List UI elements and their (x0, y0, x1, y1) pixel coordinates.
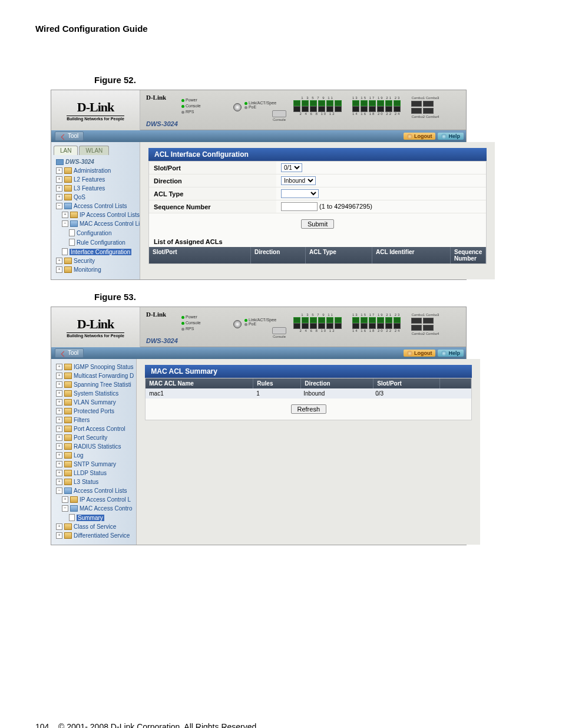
nav-igmp[interactable]: +IGMP Snooping Status (51, 363, 136, 371)
input-seqnum[interactable] (281, 202, 318, 211)
nav-summary[interactable]: Summary (51, 513, 136, 522)
tab-wlan[interactable]: WLAN (79, 146, 109, 155)
folder-icon (64, 408, 72, 414)
expand-icon[interactable]: + (56, 470, 62, 476)
nav-security[interactable]: +Security (51, 256, 140, 265)
label-acltype: ACL Type (149, 187, 276, 200)
nav-stp[interactable]: +Spanning Tree Statisti (51, 380, 136, 389)
refresh-button[interactable]: Refresh (291, 404, 327, 414)
nav-radius[interactable]: +RADIUS Statistics (51, 442, 136, 451)
help-button[interactable]: Help (438, 133, 464, 140)
nav-mfwd[interactable]: +Multicast Forwarding D (51, 371, 136, 380)
expand-icon[interactable]: + (56, 194, 62, 200)
nav-macacl[interactable]: −MAC Access Contro (51, 504, 136, 513)
console-port: Console (272, 327, 286, 338)
nav-acl[interactable]: −Access Control Lists (51, 202, 140, 210)
nav-ruleconf[interactable]: Rule Configuration (51, 238, 140, 247)
nav-macacl[interactable]: −MAC Access Control Lists (51, 219, 140, 228)
logo-tagline: Building Networks for People (67, 116, 124, 121)
expand-icon[interactable]: + (56, 185, 62, 192)
collapse-icon[interactable]: − (56, 487, 62, 494)
logout-button[interactable]: Logout (404, 350, 436, 357)
nav-qos[interactable]: +QoS (51, 193, 140, 202)
expand-icon[interactable]: + (62, 496, 68, 503)
logout-button[interactable]: Logout (404, 133, 436, 140)
nav-sysstat[interactable]: +System Statistics (51, 389, 136, 398)
select-slotport[interactable]: 0/1 (281, 163, 302, 172)
nav-l3[interactable]: +L3 Features (51, 184, 140, 193)
expand-icon[interactable]: + (56, 408, 62, 414)
expand-icon[interactable]: + (56, 532, 62, 539)
nav-ifconf[interactable]: Interface Configuration (51, 247, 140, 256)
nav-log[interactable]: +Log (51, 451, 136, 460)
folder-icon (64, 461, 72, 467)
toggle-icon (233, 103, 242, 111)
folder-icon (64, 452, 72, 459)
nav-ipacl[interactable]: +IP Access Control Lists (51, 210, 140, 219)
nav-lldp[interactable]: +LLDP Status (51, 469, 136, 477)
help-button[interactable]: Help (438, 350, 464, 357)
folder-open-icon (70, 220, 78, 227)
expand-icon[interactable]: + (56, 381, 62, 388)
folder-icon (64, 532, 72, 539)
nav-psec[interactable]: +Port Security (51, 433, 136, 442)
nav-l2[interactable]: +L2 Features (51, 175, 140, 184)
folder-icon (64, 390, 72, 397)
expand-icon[interactable]: + (56, 426, 62, 432)
tab-lan[interactable]: LAN (54, 146, 78, 155)
status-leds: Power Console RPS (181, 314, 201, 332)
nav-filters[interactable]: +Filters (51, 416, 136, 424)
expand-icon[interactable]: + (56, 364, 62, 370)
collapse-icon[interactable]: − (62, 220, 68, 227)
logo-text: D-Link (77, 100, 114, 115)
device-brand: D-Link (146, 311, 166, 318)
expand-icon[interactable]: + (56, 523, 62, 530)
folder-icon (64, 523, 72, 530)
expand-icon[interactable]: + (56, 399, 62, 406)
folder-icon (64, 399, 72, 406)
nav-pports[interactable]: +Protected Ports (51, 407, 136, 416)
expand-icon[interactable]: + (56, 176, 62, 183)
nav-acl[interactable]: −Access Control Lists (51, 486, 136, 495)
nav-config[interactable]: Configuration (51, 228, 140, 238)
folder-icon (64, 266, 72, 273)
logout-icon (407, 134, 412, 139)
nav-monitoring[interactable]: +Monitoring (51, 265, 140, 274)
expand-icon[interactable]: + (56, 266, 62, 273)
folder-icon (64, 470, 72, 476)
expand-icon[interactable]: + (56, 434, 62, 441)
tool-icon (60, 134, 66, 140)
submit-button[interactable]: Submit (301, 219, 334, 229)
nav-diffserv[interactable]: +Differentiated Service (51, 531, 136, 540)
expand-icon[interactable]: + (56, 443, 62, 450)
nav-ipacl[interactable]: +IP Access Control L (51, 495, 136, 504)
page-icon (69, 239, 75, 246)
expand-icon[interactable]: + (56, 479, 62, 485)
table-header: MAC ACL Name Rules Direction Slot/Port (146, 378, 471, 388)
expand-icon[interactable]: + (56, 452, 62, 459)
nav-vlan[interactable]: +VLAN Summary (51, 398, 136, 407)
nav-root[interactable]: DWS-3024 (51, 157, 140, 166)
select-acltype[interactable] (281, 189, 319, 198)
expand-icon[interactable]: + (56, 167, 62, 174)
expand-icon[interactable]: + (62, 212, 68, 218)
tool-menu[interactable]: Tool (55, 131, 84, 140)
expand-icon[interactable]: + (56, 461, 62, 467)
expand-icon[interactable]: + (56, 258, 62, 264)
collapse-icon[interactable]: − (62, 505, 68, 512)
nav-pac[interactable]: +Port Access Control (51, 424, 136, 433)
expand-icon[interactable]: + (56, 390, 62, 397)
folder-icon (64, 373, 72, 379)
collapse-icon[interactable]: − (56, 203, 62, 209)
logo-area: D-Link Building Networks for People (51, 307, 140, 347)
folder-icon (64, 443, 72, 450)
tool-menu[interactable]: Tool (55, 348, 84, 357)
nav-admin[interactable]: +Administration (51, 166, 140, 175)
nav-sntp[interactable]: +SNTP Summary (51, 460, 136, 469)
nav-l3status[interactable]: +L3 Status (51, 477, 136, 486)
folder-icon (64, 194, 72, 200)
select-direction[interactable]: Inbound (281, 176, 316, 185)
nav-cos[interactable]: +Class of Service (51, 522, 136, 531)
expand-icon[interactable]: + (56, 417, 62, 423)
expand-icon[interactable]: + (56, 373, 62, 379)
